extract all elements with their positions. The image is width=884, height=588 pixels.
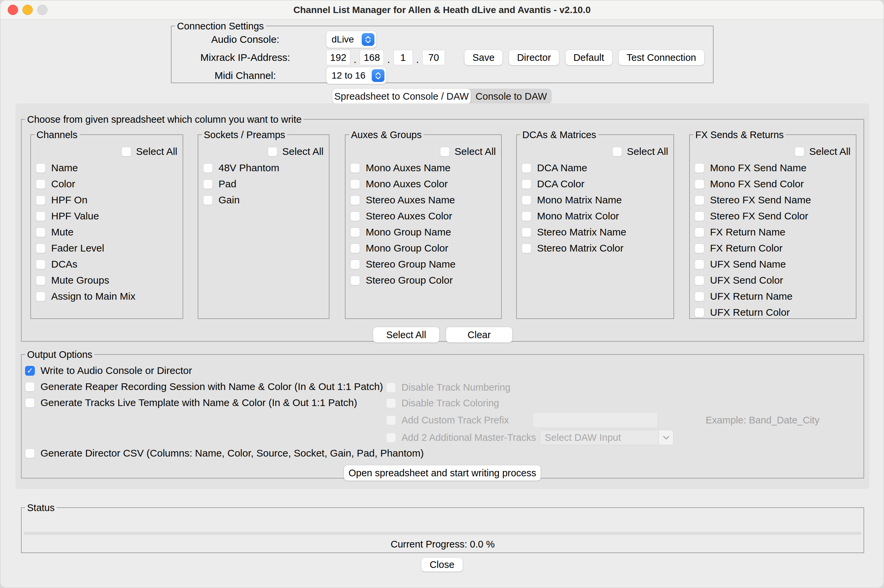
- generate-director-csv-label: Generate Director CSV (Columns: Name, Co…: [41, 447, 423, 459]
- option-label: DCA Name: [537, 162, 587, 174]
- dcas-matrices-legend: DCAs & Matrices: [520, 129, 598, 140]
- option-row: 48V Phantom: [203, 160, 326, 176]
- select-all-label: Select All: [455, 146, 496, 157]
- option-row: FX Return Name: [695, 224, 853, 240]
- select-all-label: Select All: [282, 146, 324, 157]
- option-label: Mono Matrix Color: [537, 210, 619, 222]
- option-checkbox[interactable]: [203, 163, 213, 173]
- option-checkbox[interactable]: [695, 308, 704, 317]
- option-checkbox[interactable]: [695, 163, 704, 173]
- select-all-label: Select All: [136, 146, 177, 157]
- option-checkbox[interactable]: [36, 276, 45, 285]
- director-button[interactable]: Director: [509, 50, 559, 65]
- option-checkbox[interactable]: [203, 179, 213, 189]
- generate-director-csv-checkbox[interactable]: [25, 448, 35, 458]
- status-log: [23, 509, 862, 531]
- option-row: DCA Color: [522, 176, 671, 192]
- option-checkbox[interactable]: [695, 243, 704, 253]
- option-checkbox[interactable]: [695, 179, 704, 189]
- option-label: UFX Return Color: [710, 307, 789, 318]
- option-checkbox[interactable]: [695, 228, 704, 237]
- clear-button[interactable]: Clear: [446, 327, 512, 342]
- option-row: Mono Auxes Color: [350, 176, 498, 192]
- tab-console-to-daw[interactable]: Console to DAW: [471, 88, 552, 104]
- progress-label: Current Progress: 0.0 %: [22, 539, 864, 550]
- default-button[interactable]: Default: [566, 50, 612, 65]
- option-row: Name: [36, 160, 180, 176]
- option-checkbox[interactable]: [36, 179, 45, 189]
- option-checkbox[interactable]: [522, 195, 531, 205]
- close-button[interactable]: Close: [421, 558, 463, 572]
- option-checkbox[interactable]: [695, 195, 704, 205]
- fx-sends-returns-group: FX Sends & Returns Select All Mono FX Se…: [689, 135, 857, 319]
- ip-dot: .: [387, 54, 390, 65]
- ip-octet-2-input[interactable]: [360, 50, 384, 65]
- option-checkbox[interactable]: [695, 212, 704, 221]
- option-checkbox[interactable]: [350, 228, 360, 237]
- auxes-select-all-checkbox[interactable]: [440, 147, 450, 156]
- option-checkbox[interactable]: [522, 228, 531, 237]
- sockets-select-all-checkbox[interactable]: [268, 147, 278, 156]
- option-label: Gain: [219, 194, 240, 206]
- option-label: Mono Group Name: [366, 226, 451, 238]
- ip-octet-4-input[interactable]: [422, 50, 445, 65]
- sockets-preamps-legend: Sockets / Preamps: [202, 129, 287, 140]
- option-checkbox[interactable]: [36, 195, 45, 205]
- dcas-select-all-checkbox[interactable]: [612, 147, 622, 156]
- generate-reaper-checkbox[interactable]: [25, 382, 35, 392]
- option-checkbox[interactable]: [350, 243, 360, 253]
- option-checkbox[interactable]: [350, 163, 360, 173]
- midi-channel-select[interactable]: 12 to 16: [326, 67, 386, 84]
- disable-track-numbering-checkbox: [386, 382, 396, 392]
- select-all-button[interactable]: Select All: [373, 327, 439, 342]
- option-checkbox[interactable]: [522, 212, 531, 221]
- generate-director-csv-row: Generate Director CSV (Columns: Name, Co…: [25, 446, 423, 461]
- option-row: Assign to Main Mix: [36, 288, 180, 304]
- option-row: UFX Return Name: [695, 288, 853, 304]
- open-spreadsheet-button[interactable]: Open spreadsheet and start writing proce…: [344, 465, 541, 481]
- option-checkbox[interactable]: [350, 260, 360, 269]
- option-row: Mono Matrix Name: [522, 192, 671, 208]
- option-checkbox[interactable]: [36, 292, 45, 302]
- choose-columns-group: Choose from given spreadsheet which colu…: [21, 119, 864, 342]
- ip-octet-1-input[interactable]: [326, 50, 350, 65]
- option-checkbox[interactable]: [695, 276, 704, 285]
- add-custom-track-prefix-label: Add Custom Track Prefix: [402, 415, 509, 426]
- fx-select-all-row: Select All: [795, 147, 851, 156]
- ip-octet-3-input[interactable]: [393, 50, 413, 65]
- option-label: FX Return Name: [710, 226, 785, 238]
- ip-address-label: Mixrack IP-Address:: [185, 52, 306, 63]
- fx-select-all-checkbox[interactable]: [795, 147, 804, 156]
- option-label: Mono FX Send Name: [710, 162, 806, 174]
- option-label: DCA Color: [537, 178, 585, 190]
- option-checkbox[interactable]: [203, 195, 213, 205]
- option-checkbox[interactable]: [522, 243, 531, 253]
- generate-tracks-live-label: Generate Tracks Live Template with Name …: [41, 397, 357, 408]
- option-checkbox[interactable]: [36, 212, 45, 221]
- option-checkbox[interactable]: [695, 292, 704, 302]
- disable-track-coloring-label: Disable Track Coloring: [402, 398, 499, 409]
- option-label: Mono Auxes Name: [366, 162, 450, 174]
- option-checkbox[interactable]: [350, 195, 360, 205]
- option-label: FX Return Color: [710, 243, 783, 254]
- channels-select-all-checkbox[interactable]: [122, 147, 131, 156]
- option-checkbox[interactable]: [695, 260, 704, 269]
- option-checkbox[interactable]: [522, 163, 531, 173]
- tab-spreadsheet-to-console-daw[interactable]: Spreadsheet to Console / DAW: [332, 88, 471, 104]
- option-checkbox[interactable]: [350, 212, 360, 221]
- option-checkbox[interactable]: [36, 228, 45, 237]
- option-label: Mono FX Send Color: [710, 178, 804, 190]
- auxes-select-all-row: Select All: [440, 147, 496, 156]
- option-checkbox[interactable]: [36, 163, 45, 173]
- generate-tracks-live-checkbox[interactable]: [25, 398, 35, 408]
- option-checkbox[interactable]: [36, 260, 45, 269]
- test-connection-button[interactable]: Test Connection: [619, 50, 704, 65]
- option-checkbox[interactable]: [36, 243, 45, 253]
- progress-bar: [24, 532, 861, 535]
- write-to-console-checkbox[interactable]: [25, 366, 35, 376]
- option-checkbox[interactable]: [350, 276, 360, 285]
- audio-console-select[interactable]: dLive: [326, 31, 377, 48]
- option-checkbox[interactable]: [522, 179, 531, 189]
- option-checkbox[interactable]: [350, 179, 360, 189]
- save-button[interactable]: Save: [464, 50, 503, 65]
